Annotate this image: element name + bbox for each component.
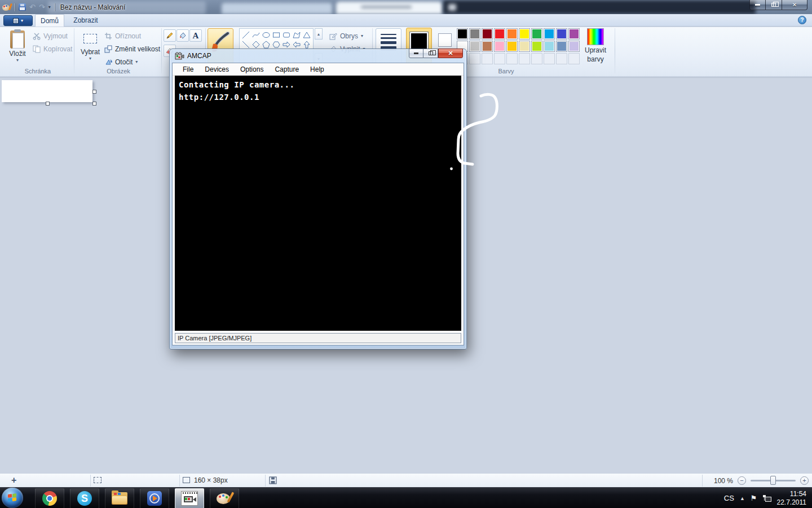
palette-color[interactable] [482, 28, 493, 40]
shape-diamond[interactable] [251, 40, 261, 49]
palette-color[interactable] [469, 28, 480, 40]
clock[interactable]: 11:54 22.7.2011 [777, 490, 807, 507]
menu-options[interactable]: Options [235, 65, 269, 73]
show-hidden-icons-button[interactable]: ▲ [740, 496, 745, 501]
palette-color[interactable] [556, 41, 567, 52]
palette-empty-slot[interactable] [544, 53, 555, 64]
save-button[interactable] [19, 3, 26, 11]
restore-button[interactable] [766, 0, 782, 10]
pencil-tool-button[interactable] [164, 29, 176, 42]
amcap-titlebar[interactable]: AMCAP ✕ [172, 49, 464, 63]
palette-color[interactable] [531, 41, 542, 52]
palette-color[interactable] [506, 41, 518, 52]
paint-canvas[interactable] [2, 80, 92, 102]
shape-up-arrow[interactable] [302, 40, 312, 49]
palette-color[interactable] [482, 41, 493, 52]
shape-ellipse[interactable] [261, 30, 271, 40]
palette-color[interactable] [544, 41, 555, 52]
shape-rounded-rectangle[interactable] [281, 30, 292, 40]
taskbar-skype-button[interactable]: S [70, 488, 99, 508]
shape-line-2[interactable] [241, 40, 251, 49]
palette-empty-slot[interactable] [494, 53, 505, 64]
shape-curve[interactable] [251, 30, 261, 40]
shape-triangle[interactable] [302, 30, 312, 40]
minimize-button[interactable] [749, 0, 766, 10]
video-url-line: http://127.0.0.1 [179, 91, 457, 103]
palette-color[interactable] [506, 28, 518, 40]
copy-icon [33, 45, 41, 53]
amcap-close-button[interactable]: ✕ [438, 49, 463, 58]
shape-right-arrow[interactable] [281, 40, 292, 49]
shapes-scroll-up-button[interactable]: ▲ [315, 28, 323, 40]
palette-color[interactable] [568, 28, 580, 40]
palette-empty-slot[interactable] [482, 53, 493, 64]
palette-color[interactable] [457, 28, 468, 40]
network-icon[interactable] [763, 495, 771, 502]
taskbar-mediaplayer-button[interactable] [140, 488, 169, 508]
zoom-slider-thumb[interactable] [770, 476, 776, 485]
palette-color[interactable] [519, 28, 530, 40]
palette-color[interactable] [469, 41, 480, 52]
copy-button[interactable]: Kopírovat [33, 43, 72, 55]
menu-capture[interactable]: Capture [269, 65, 304, 73]
menu-file[interactable]: File [177, 65, 199, 73]
zoom-out-button[interactable]: − [738, 476, 746, 485]
rotate-button[interactable]: Otočit ▾ [104, 56, 138, 68]
palette-color[interactable] [494, 41, 505, 52]
taskbar-chrome-button[interactable] [35, 488, 64, 508]
amcap-restore-button[interactable] [423, 49, 438, 58]
group-label-clipboard: Schránka [5, 68, 71, 75]
cut-button[interactable]: Vyjmout [33, 30, 68, 42]
shape-line[interactable] [241, 30, 251, 40]
taskbar-explorer-button[interactable] [105, 488, 134, 508]
resize-handle-corner[interactable] [92, 102, 96, 106]
menu-devices[interactable]: Devices [199, 65, 235, 73]
resize-button[interactable]: Změnit velikost [104, 43, 160, 55]
palette-empty-slot[interactable] [469, 53, 480, 64]
zoom-slider[interactable] [751, 480, 796, 481]
taskbar-paint-button[interactable] [210, 488, 239, 508]
close-button[interactable]: ✕ [782, 0, 807, 10]
palette-color[interactable] [568, 41, 580, 52]
taskbar-amcap-button[interactable] [175, 488, 204, 508]
amcap-minimize-button[interactable] [409, 49, 423, 58]
resize-handle-right[interactable] [92, 90, 96, 94]
palette-color[interactable] [531, 28, 542, 40]
shape-polygon[interactable] [292, 30, 302, 40]
palette-empty-slot[interactable] [519, 53, 530, 64]
start-button[interactable] [2, 488, 23, 508]
language-indicator[interactable]: CS [724, 494, 734, 502]
palette-empty-slot[interactable] [506, 53, 518, 64]
menu-help[interactable]: Help [304, 65, 330, 73]
outline-dropdown[interactable]: Obrys ▾ [329, 30, 363, 42]
shape-pentagon[interactable] [261, 40, 271, 49]
palette-empty-slot[interactable] [568, 53, 580, 64]
tab-home[interactable]: Domů [35, 14, 64, 27]
help-icon[interactable]: ? [798, 16, 806, 24]
edit-colors-button[interactable]: Upravit barvy [581, 28, 610, 68]
application-menu-button[interactable]: ▾ [3, 15, 33, 26]
select-button[interactable]: Vybrat ▾ [77, 28, 103, 67]
qat-customize-dropdown[interactable]: ▾ [48, 5, 51, 10]
action-center-icon[interactable]: ⚑ [751, 494, 757, 502]
tab-view[interactable]: Zobrazit [68, 14, 104, 27]
zoom-in-button[interactable]: + [800, 476, 809, 485]
paste-button[interactable]: Vložit ▾ [5, 28, 30, 67]
shape-left-arrow[interactable] [292, 40, 302, 49]
palette-color[interactable] [544, 28, 555, 40]
palette-color[interactable] [494, 28, 505, 40]
text-tool-button[interactable]: A [189, 29, 202, 42]
redo-button[interactable]: ↷ [39, 3, 45, 11]
palette-color[interactable] [519, 41, 530, 52]
palette-color[interactable] [556, 28, 567, 40]
fill-tool-button[interactable] [176, 29, 189, 42]
crop-button[interactable]: Oříznout [104, 30, 141, 42]
paint-app-icon[interactable] [2, 3, 11, 11]
resize-handle-bottom[interactable] [46, 102, 50, 106]
video-status-line: Contacting IP camera... [179, 78, 457, 91]
shape-hexagon[interactable] [271, 40, 281, 49]
undo-button[interactable]: ↶ [29, 3, 36, 11]
palette-empty-slot[interactable] [556, 53, 567, 64]
shape-rectangle[interactable] [271, 30, 281, 40]
palette-empty-slot[interactable] [531, 53, 542, 64]
